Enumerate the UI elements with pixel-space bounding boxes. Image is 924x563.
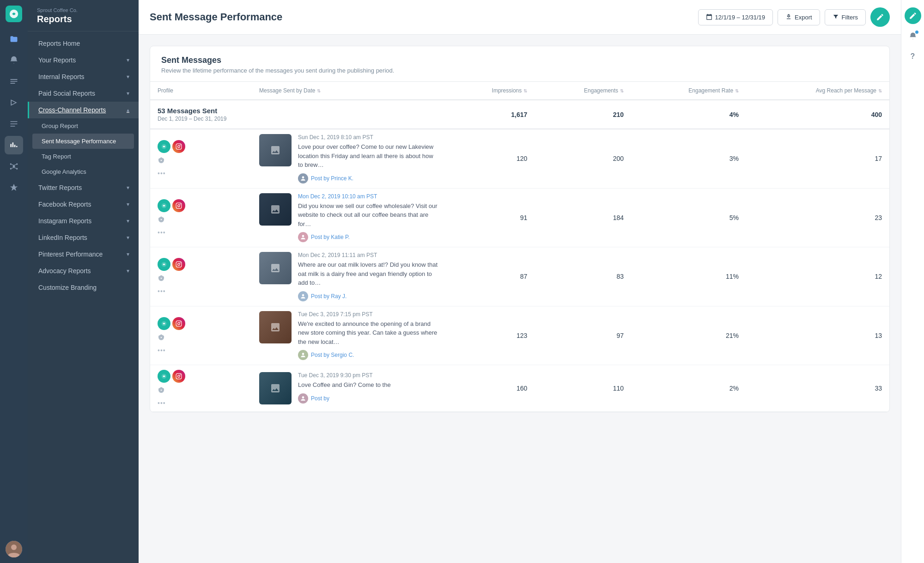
author-avatar: [298, 173, 308, 184]
page-title: Sent Message Performance: [150, 11, 282, 23]
svg-point-20: [180, 204, 181, 205]
right-icon-help[interactable]: ?: [905, 48, 921, 65]
sidebar-item-advocacy-reports[interactable]: Advocacy Reports ▾: [28, 263, 139, 279]
nav-icon-folder[interactable]: [5, 30, 23, 48]
message-author-1: Post by Prince K.: [298, 173, 438, 184]
nav-icon-reports[interactable]: [5, 136, 23, 154]
nav-icon-alerts[interactable]: [5, 51, 23, 69]
table-body: 53 Messages Sent Dec 1, 2019 – Dec 31, 2…: [150, 100, 889, 412]
col-engagements[interactable]: Engagements: [535, 82, 631, 100]
more-icon[interactable]: •••: [158, 229, 185, 236]
sidebar-sub-sent-message-performance[interactable]: Sent Message Performance: [32, 134, 134, 149]
chevron-down-icon: ▾: [127, 218, 129, 224]
col-impressions[interactable]: Impressions: [446, 82, 535, 100]
filters-button[interactable]: Filters: [825, 9, 866, 25]
right-icon-bell[interactable]: [905, 28, 921, 44]
table-row: ••• Tue Dec 3, 2019 7:15 pm PST We're ex…: [150, 306, 889, 365]
nav-icon-inbox[interactable]: [5, 72, 23, 91]
engagement-rate-3: 11%: [631, 247, 746, 306]
instagram-icon: [172, 258, 185, 271]
engagements-2: 184: [535, 188, 631, 247]
main-content: Sent Message Performance 12/1/19 – 12/31…: [139, 0, 901, 563]
chevron-down-icon: ▾: [127, 234, 129, 241]
icon-bar: [0, 0, 28, 563]
chevron-down-icon: ▾: [127, 184, 129, 191]
sidebar-item-linkedin-reports[interactable]: LinkedIn Reports ▾: [28, 229, 139, 246]
message-date-2[interactable]: Mon Dec 2, 2019 10:10 am PST: [298, 193, 438, 200]
calendar-icon: [706, 13, 712, 21]
message-body-3: Where are our oat milk lovers at!? Did y…: [298, 260, 438, 288]
svg-point-2: [10, 163, 12, 165]
sidebar-item-your-reports[interactable]: Your Reports ▾: [28, 52, 139, 68]
sidebar-sub-tag-report[interactable]: Tag Report: [28, 149, 139, 164]
card-title: Sent Messages: [161, 55, 878, 65]
sidebar-item-customize-branding[interactable]: Customize Branding: [28, 279, 139, 296]
user-avatar[interactable]: [6, 541, 22, 557]
svg-point-15: [180, 145, 181, 146]
date-range-button[interactable]: 12/1/19 – 12/31/19: [698, 9, 773, 25]
instagram-icon: [172, 199, 185, 212]
chevron-down-icon: ▾: [127, 268, 129, 274]
chevron-down-icon: ▾: [127, 251, 129, 257]
sidebar-header: Sprout Coffee Co. Reports: [28, 0, 139, 31]
sent-messages-card: Sent Messages Review the lifetime perfor…: [150, 46, 890, 412]
summary-avg-reach: 400: [746, 100, 889, 129]
table-row: ••• Mon Dec 2, 2019 11:11 am PST Where a…: [150, 247, 889, 306]
nav-icon-tasks[interactable]: [5, 115, 23, 133]
more-icon[interactable]: •••: [158, 399, 185, 407]
svg-point-5: [16, 168, 18, 169]
message-date-4: Tue Dec 3, 2019 7:15 pm PST: [298, 311, 438, 318]
col-message-date[interactable]: Message Sent by Date: [252, 82, 446, 100]
message-date-3: Mon Dec 2, 2019 11:11 am PST: [298, 252, 438, 258]
sidebar-item-facebook-reports[interactable]: Facebook Reports ▾: [28, 196, 139, 213]
engagements-4: 97: [535, 306, 631, 365]
messages-table: Profile Message Sent by Date Impressions…: [150, 82, 889, 412]
instagram-icon: [172, 370, 185, 383]
profile-cell-3: •••: [150, 247, 252, 306]
message-content-cell-1: Sun Dec 1, 2019 8:10 am PST Love pour ov…: [252, 129, 446, 188]
sidebar-sub-google-analytics[interactable]: Google Analytics: [28, 164, 139, 179]
sidebar-item-cross-channel-reports[interactable]: Cross-Channel Reports ▴: [28, 102, 139, 118]
impressions-3: 87: [446, 247, 535, 306]
section-title: Reports: [37, 14, 129, 24]
summary-row: 53 Messages Sent Dec 1, 2019 – Dec 31, 2…: [150, 100, 889, 129]
export-button[interactable]: Export: [778, 9, 820, 25]
svg-point-11: [11, 545, 17, 550]
nav-icon-publish[interactable]: [5, 93, 23, 112]
chevron-down-icon: ▾: [127, 201, 129, 208]
sidebar-item-twitter-reports[interactable]: Twitter Reports ▾: [28, 179, 139, 196]
avg-reach-3: 12: [746, 247, 889, 306]
col-engagement-rate[interactable]: Engagement Rate: [631, 82, 746, 100]
author-avatar: [298, 350, 308, 360]
tag-icon: [158, 275, 185, 284]
app-logo[interactable]: [6, 6, 22, 22]
nav-icon-star[interactable]: [5, 178, 23, 197]
sidebar-item-pinterest-performance[interactable]: Pinterest Performance ▾: [28, 246, 139, 263]
more-icon[interactable]: •••: [158, 347, 185, 354]
col-avg-reach[interactable]: Avg Reach per Message: [746, 82, 889, 100]
compose-button[interactable]: [870, 7, 890, 27]
svg-point-31: [302, 353, 304, 355]
messages-count: 53 Messages Sent: [158, 107, 438, 115]
sidebar-sub-group-report[interactable]: Group Report: [28, 118, 139, 134]
right-icon-bar: ?: [901, 0, 924, 563]
right-icon-compose[interactable]: [905, 7, 921, 24]
sidebar-item-paid-social-reports[interactable]: Paid Social Reports ▾: [28, 85, 139, 102]
sidebar-item-internal-reports[interactable]: Internal Reports ▾: [28, 68, 139, 85]
nav-icon-social[interactable]: [5, 157, 23, 176]
author-name: Post by Ray J.: [311, 293, 346, 300]
message-text-col-2: Mon Dec 2, 2019 10:10 am PST Did you kno…: [298, 193, 438, 243]
thumb-placeholder-icon: [259, 372, 292, 404]
message-author-2: Post by Katie P.: [298, 232, 438, 242]
message-content-cell-4: Tue Dec 3, 2019 7:15 pm PST We're excite…: [252, 306, 446, 365]
sprout-icon: [158, 199, 170, 212]
more-icon[interactable]: •••: [158, 288, 185, 295]
chevron-up-icon: ▴: [127, 107, 129, 113]
avg-reach-5: 33: [746, 365, 889, 412]
sidebar-item-instagram-reports[interactable]: Instagram Reports ▾: [28, 213, 139, 229]
svg-line-8: [12, 168, 14, 169]
svg-point-34: [178, 375, 180, 378]
message-content-cell-5: Tue Dec 3, 2019 9:30 pm PST Love Coffee …: [252, 365, 446, 412]
sidebar-item-reports-home[interactable]: Reports Home: [28, 35, 139, 52]
more-icon[interactable]: •••: [158, 170, 185, 177]
